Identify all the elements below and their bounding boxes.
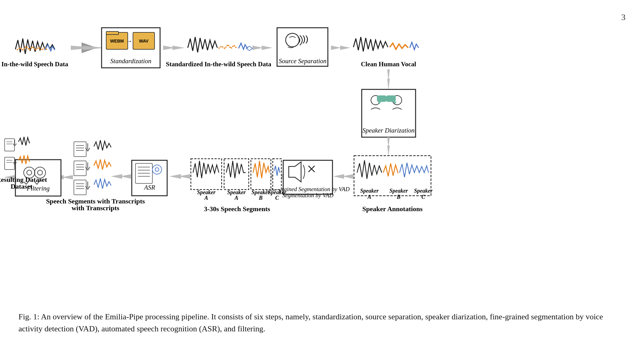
svg-text:→: → — [126, 38, 132, 44]
svg-text:C: C — [275, 195, 279, 201]
svg-marker-19 — [331, 46, 341, 50]
svg-text:A: A — [204, 195, 208, 201]
svg-rect-93 — [5, 139, 14, 151]
svg-rect-49 — [224, 159, 249, 190]
svg-text:C: C — [421, 194, 425, 200]
svg-text:with Transcripts: with Transcripts — [71, 204, 119, 212]
svg-text:Speaker: Speaker — [197, 189, 216, 195]
speech-segments-label: 3-30s Speech Segments — [204, 205, 270, 213]
svg-text:Segmentation by VAD: Segmentation by VAD — [282, 192, 334, 199]
speaker-annotations-label: Speaker Annotations — [362, 205, 423, 213]
svg-rect-72 — [74, 142, 86, 157]
svg-marker-20 — [340, 46, 350, 50]
asr-label: ASR — [143, 184, 155, 191]
svg-marker-40 — [333, 174, 344, 179]
svg-rect-96 — [5, 157, 14, 170]
svg-text:Speaker: Speaker — [414, 188, 433, 194]
svg-text:Speaker: Speaker — [268, 189, 287, 195]
svg-rect-28 — [386, 96, 396, 102]
svg-marker-15 — [262, 46, 272, 50]
svg-text:WAV: WAV — [139, 39, 149, 43]
svg-text:Speaker: Speaker — [389, 188, 408, 194]
standardization-label: Standardization — [110, 57, 151, 65]
source-separation-label: Source Separation — [279, 57, 327, 65]
svg-marker-14 — [252, 46, 263, 50]
svg-marker-12 — [172, 46, 185, 50]
svg-text:)): )) — [303, 34, 308, 43]
figure-caption: Fig. 1: An overview of the Emilia-Pipe p… — [18, 311, 626, 335]
svg-text:Dataset: Dataset — [11, 182, 33, 190]
svg-rect-80 — [74, 180, 86, 195]
speaker-diarization-label: Speaker Diarization — [362, 127, 415, 134]
svg-rect-25 — [377, 96, 386, 102]
svg-rect-6 — [106, 31, 119, 35]
svg-text:WEBM: WEBM — [110, 39, 124, 43]
svg-text:A: A — [234, 195, 238, 201]
standardized-label: Standardized In-the-wild Speech Data — [166, 60, 272, 68]
svg-marker-61 — [169, 174, 181, 179]
svg-text:Speaker: Speaker — [252, 189, 270, 195]
svg-rect-76 — [74, 161, 86, 176]
svg-text:A: A — [367, 194, 371, 200]
clean-human-vocal-label: Clean Human Vocal — [361, 60, 416, 68]
in-the-wild-label: In-the-wild Speech Data — [1, 60, 68, 68]
svg-marker-31 — [387, 145, 390, 157]
svg-text:B: B — [259, 195, 263, 201]
svg-text:Speaker: Speaker — [227, 189, 246, 195]
svg-text:B: B — [396, 194, 400, 200]
svg-marker-71 — [111, 174, 122, 179]
svg-text:Speaker: Speaker — [360, 188, 379, 194]
